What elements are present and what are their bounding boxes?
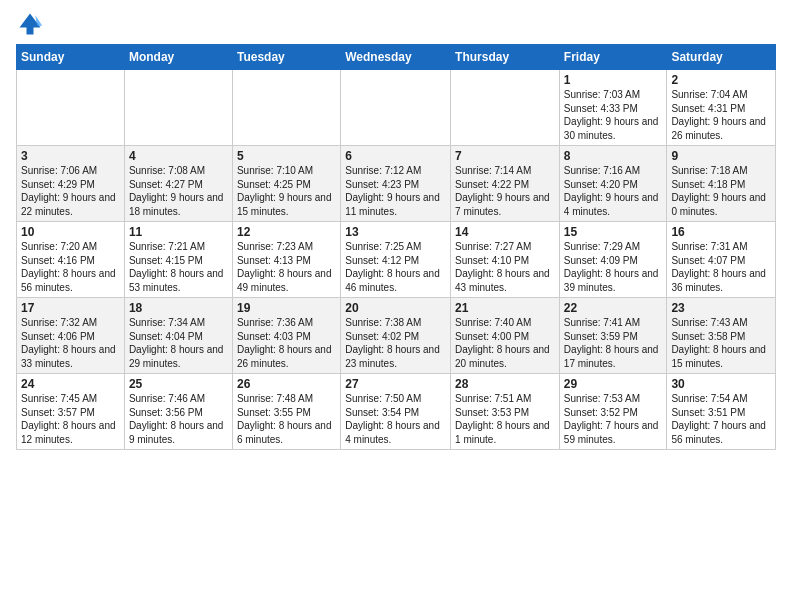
calendar-cell (17, 70, 125, 146)
calendar-cell: 19Sunrise: 7:36 AM Sunset: 4:03 PM Dayli… (232, 298, 340, 374)
col-header-tuesday: Tuesday (232, 45, 340, 70)
day-info: Sunrise: 7:14 AM Sunset: 4:22 PM Dayligh… (455, 164, 555, 218)
day-number: 2 (671, 73, 771, 87)
calendar-cell: 21Sunrise: 7:40 AM Sunset: 4:00 PM Dayli… (451, 298, 560, 374)
logo (16, 10, 48, 38)
day-number: 4 (129, 149, 228, 163)
col-header-saturday: Saturday (667, 45, 776, 70)
calendar-cell: 18Sunrise: 7:34 AM Sunset: 4:04 PM Dayli… (124, 298, 232, 374)
calendar-cell: 20Sunrise: 7:38 AM Sunset: 4:02 PM Dayli… (341, 298, 451, 374)
calendar-cell: 3Sunrise: 7:06 AM Sunset: 4:29 PM Daylig… (17, 146, 125, 222)
day-info: Sunrise: 7:46 AM Sunset: 3:56 PM Dayligh… (129, 392, 228, 446)
day-number: 24 (21, 377, 120, 391)
day-info: Sunrise: 7:32 AM Sunset: 4:06 PM Dayligh… (21, 316, 120, 370)
day-number: 29 (564, 377, 663, 391)
calendar-cell (341, 70, 451, 146)
calendar-cell: 14Sunrise: 7:27 AM Sunset: 4:10 PM Dayli… (451, 222, 560, 298)
calendar-table: SundayMondayTuesdayWednesdayThursdayFrid… (16, 44, 776, 450)
day-info: Sunrise: 7:03 AM Sunset: 4:33 PM Dayligh… (564, 88, 663, 142)
day-info: Sunrise: 7:08 AM Sunset: 4:27 PM Dayligh… (129, 164, 228, 218)
calendar-cell: 30Sunrise: 7:54 AM Sunset: 3:51 PM Dayli… (667, 374, 776, 450)
day-info: Sunrise: 7:40 AM Sunset: 4:00 PM Dayligh… (455, 316, 555, 370)
day-number: 7 (455, 149, 555, 163)
week-row-5: 24Sunrise: 7:45 AM Sunset: 3:57 PM Dayli… (17, 374, 776, 450)
day-info: Sunrise: 7:54 AM Sunset: 3:51 PM Dayligh… (671, 392, 771, 446)
calendar-cell: 11Sunrise: 7:21 AM Sunset: 4:15 PM Dayli… (124, 222, 232, 298)
logo-icon (16, 10, 44, 38)
day-info: Sunrise: 7:48 AM Sunset: 3:55 PM Dayligh… (237, 392, 336, 446)
calendar-cell (451, 70, 560, 146)
calendar-cell: 23Sunrise: 7:43 AM Sunset: 3:58 PM Dayli… (667, 298, 776, 374)
calendar-cell: 22Sunrise: 7:41 AM Sunset: 3:59 PM Dayli… (559, 298, 667, 374)
day-number: 6 (345, 149, 446, 163)
week-row-3: 10Sunrise: 7:20 AM Sunset: 4:16 PM Dayli… (17, 222, 776, 298)
day-info: Sunrise: 7:41 AM Sunset: 3:59 PM Dayligh… (564, 316, 663, 370)
calendar-cell: 13Sunrise: 7:25 AM Sunset: 4:12 PM Dayli… (341, 222, 451, 298)
calendar-cell: 2Sunrise: 7:04 AM Sunset: 4:31 PM Daylig… (667, 70, 776, 146)
col-header-wednesday: Wednesday (341, 45, 451, 70)
day-info: Sunrise: 7:29 AM Sunset: 4:09 PM Dayligh… (564, 240, 663, 294)
day-number: 18 (129, 301, 228, 315)
day-number: 3 (21, 149, 120, 163)
calendar-cell: 26Sunrise: 7:48 AM Sunset: 3:55 PM Dayli… (232, 374, 340, 450)
calendar-cell: 16Sunrise: 7:31 AM Sunset: 4:07 PM Dayli… (667, 222, 776, 298)
week-row-4: 17Sunrise: 7:32 AM Sunset: 4:06 PM Dayli… (17, 298, 776, 374)
day-number: 26 (237, 377, 336, 391)
calendar-cell: 12Sunrise: 7:23 AM Sunset: 4:13 PM Dayli… (232, 222, 340, 298)
day-number: 15 (564, 225, 663, 239)
day-info: Sunrise: 7:20 AM Sunset: 4:16 PM Dayligh… (21, 240, 120, 294)
week-row-1: 1Sunrise: 7:03 AM Sunset: 4:33 PM Daylig… (17, 70, 776, 146)
day-info: Sunrise: 7:50 AM Sunset: 3:54 PM Dayligh… (345, 392, 446, 446)
calendar-cell: 8Sunrise: 7:16 AM Sunset: 4:20 PM Daylig… (559, 146, 667, 222)
day-number: 16 (671, 225, 771, 239)
day-number: 28 (455, 377, 555, 391)
day-number: 27 (345, 377, 446, 391)
calendar-cell: 4Sunrise: 7:08 AM Sunset: 4:27 PM Daylig… (124, 146, 232, 222)
calendar-cell (124, 70, 232, 146)
day-info: Sunrise: 7:27 AM Sunset: 4:10 PM Dayligh… (455, 240, 555, 294)
day-number: 20 (345, 301, 446, 315)
day-info: Sunrise: 7:16 AM Sunset: 4:20 PM Dayligh… (564, 164, 663, 218)
header (16, 10, 776, 38)
col-header-sunday: Sunday (17, 45, 125, 70)
day-number: 10 (21, 225, 120, 239)
day-info: Sunrise: 7:04 AM Sunset: 4:31 PM Dayligh… (671, 88, 771, 142)
calendar-cell: 1Sunrise: 7:03 AM Sunset: 4:33 PM Daylig… (559, 70, 667, 146)
col-header-monday: Monday (124, 45, 232, 70)
day-number: 11 (129, 225, 228, 239)
day-number: 21 (455, 301, 555, 315)
day-info: Sunrise: 7:31 AM Sunset: 4:07 PM Dayligh… (671, 240, 771, 294)
day-info: Sunrise: 7:34 AM Sunset: 4:04 PM Dayligh… (129, 316, 228, 370)
calendar-header-row: SundayMondayTuesdayWednesdayThursdayFrid… (17, 45, 776, 70)
calendar-cell: 29Sunrise: 7:53 AM Sunset: 3:52 PM Dayli… (559, 374, 667, 450)
day-number: 25 (129, 377, 228, 391)
day-number: 12 (237, 225, 336, 239)
calendar-cell: 24Sunrise: 7:45 AM Sunset: 3:57 PM Dayli… (17, 374, 125, 450)
col-header-friday: Friday (559, 45, 667, 70)
day-info: Sunrise: 7:06 AM Sunset: 4:29 PM Dayligh… (21, 164, 120, 218)
calendar-cell: 27Sunrise: 7:50 AM Sunset: 3:54 PM Dayli… (341, 374, 451, 450)
day-info: Sunrise: 7:53 AM Sunset: 3:52 PM Dayligh… (564, 392, 663, 446)
calendar-cell (232, 70, 340, 146)
day-info: Sunrise: 7:36 AM Sunset: 4:03 PM Dayligh… (237, 316, 336, 370)
day-number: 19 (237, 301, 336, 315)
calendar-cell: 7Sunrise: 7:14 AM Sunset: 4:22 PM Daylig… (451, 146, 560, 222)
day-number: 22 (564, 301, 663, 315)
day-info: Sunrise: 7:23 AM Sunset: 4:13 PM Dayligh… (237, 240, 336, 294)
day-number: 17 (21, 301, 120, 315)
day-info: Sunrise: 7:43 AM Sunset: 3:58 PM Dayligh… (671, 316, 771, 370)
col-header-thursday: Thursday (451, 45, 560, 70)
calendar-cell: 17Sunrise: 7:32 AM Sunset: 4:06 PM Dayli… (17, 298, 125, 374)
day-number: 9 (671, 149, 771, 163)
day-info: Sunrise: 7:45 AM Sunset: 3:57 PM Dayligh… (21, 392, 120, 446)
day-info: Sunrise: 7:12 AM Sunset: 4:23 PM Dayligh… (345, 164, 446, 218)
day-info: Sunrise: 7:10 AM Sunset: 4:25 PM Dayligh… (237, 164, 336, 218)
calendar-cell: 28Sunrise: 7:51 AM Sunset: 3:53 PM Dayli… (451, 374, 560, 450)
day-number: 30 (671, 377, 771, 391)
calendar-cell: 5Sunrise: 7:10 AM Sunset: 4:25 PM Daylig… (232, 146, 340, 222)
day-info: Sunrise: 7:21 AM Sunset: 4:15 PM Dayligh… (129, 240, 228, 294)
day-number: 8 (564, 149, 663, 163)
calendar-cell: 15Sunrise: 7:29 AM Sunset: 4:09 PM Dayli… (559, 222, 667, 298)
week-row-2: 3Sunrise: 7:06 AM Sunset: 4:29 PM Daylig… (17, 146, 776, 222)
calendar-cell: 10Sunrise: 7:20 AM Sunset: 4:16 PM Dayli… (17, 222, 125, 298)
